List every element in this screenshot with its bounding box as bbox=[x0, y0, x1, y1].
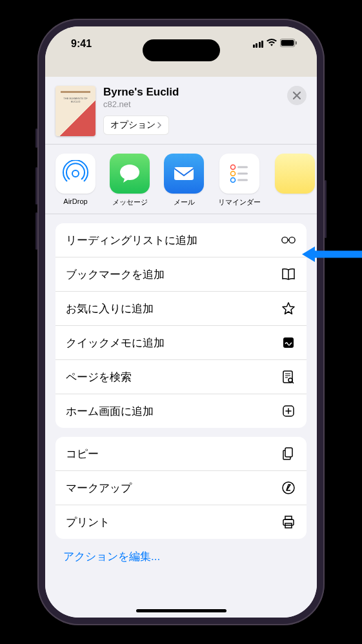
action-add-bookmark[interactable]: ブックマークを追加 bbox=[55, 257, 307, 292]
action-label: マークアップ bbox=[66, 481, 132, 496]
svg-rect-7 bbox=[237, 166, 248, 168]
status-time: 9:41 bbox=[71, 38, 92, 50]
share-app-reminders[interactable]: リマインダー bbox=[218, 154, 261, 207]
svg-point-8 bbox=[231, 172, 236, 176]
action-label: プリント bbox=[66, 515, 110, 530]
svg-rect-15 bbox=[283, 371, 292, 383]
app-label: メール bbox=[174, 197, 195, 207]
battery-icon bbox=[280, 38, 297, 50]
action-copy[interactable]: コピー bbox=[55, 437, 307, 471]
dynamic-island bbox=[143, 39, 220, 61]
action-label: ブックマークを追加 bbox=[66, 267, 165, 282]
status-right bbox=[253, 38, 298, 50]
svg-rect-11 bbox=[237, 179, 248, 181]
svg-rect-14 bbox=[283, 337, 294, 348]
note-icon bbox=[281, 335, 296, 350]
page-thumbnail bbox=[55, 86, 96, 136]
edit-actions-link[interactable]: アクションを編集... bbox=[45, 539, 317, 574]
volume-down-button bbox=[35, 212, 37, 250]
wifi-icon bbox=[266, 38, 277, 50]
header-info: Byrne's Euclid c82.net オプション bbox=[103, 86, 279, 135]
star-icon bbox=[281, 301, 296, 316]
svg-rect-18 bbox=[285, 448, 292, 457]
action-quick-note[interactable]: クイックメモに追加 bbox=[55, 326, 307, 360]
app-label: リマインダー bbox=[218, 197, 261, 207]
plus-square-icon bbox=[281, 403, 296, 419]
action-add-home-screen[interactable]: ホーム画面に追加 bbox=[55, 394, 307, 428]
actions-section-1: リーディングリストに追加 ブックマークを追加 お気に入りに追加 クイックメモに追… bbox=[55, 223, 307, 428]
action-find-on-page[interactable]: ページを検索 bbox=[55, 360, 307, 394]
svg-point-4 bbox=[120, 165, 139, 180]
close-button[interactable] bbox=[287, 86, 307, 105]
action-add-reading-list[interactable]: リーディングリストに追加 bbox=[55, 223, 307, 257]
sheet-header: Byrne's Euclid c82.net オプション bbox=[45, 77, 317, 145]
messages-icon bbox=[110, 154, 150, 194]
actions-section-2: コピー マークアップ プリント bbox=[55, 437, 307, 539]
options-label: オプション bbox=[110, 119, 156, 131]
share-app-airdrop[interactable]: AirDrop bbox=[55, 154, 96, 207]
action-label: ページを検索 bbox=[66, 370, 132, 385]
action-label: コピー bbox=[66, 447, 99, 461]
action-print[interactable]: プリント bbox=[55, 505, 307, 539]
background-peek bbox=[45, 61, 317, 77]
power-button bbox=[325, 180, 327, 238]
chevron-right-icon bbox=[157, 120, 162, 130]
svg-rect-9 bbox=[237, 173, 248, 175]
app-label: メッセージ bbox=[112, 197, 148, 207]
share-sheet: Byrne's Euclid c82.net オプション bbox=[45, 77, 317, 618]
screen: 9:41 Byrne's Euclid c82.net bbox=[45, 26, 317, 618]
home-indicator[interactable] bbox=[136, 609, 226, 612]
share-app-mail[interactable]: メール bbox=[164, 154, 204, 207]
action-label: ホーム画面に追加 bbox=[66, 404, 154, 419]
mail-icon bbox=[164, 154, 204, 194]
side-button bbox=[35, 128, 37, 148]
page-domain: c82.net bbox=[103, 99, 279, 109]
reminders-icon bbox=[219, 154, 259, 194]
share-apps-row[interactable]: AirDrop メッセージ メール bbox=[45, 145, 317, 214]
options-button[interactable]: オプション bbox=[103, 116, 169, 135]
svg-rect-5 bbox=[174, 167, 194, 180]
glasses-icon bbox=[281, 232, 296, 248]
action-label: リーディングリストに追加 bbox=[66, 233, 197, 248]
svg-point-10 bbox=[231, 178, 236, 183]
svg-point-12 bbox=[282, 237, 288, 243]
action-label: クイックメモに追加 bbox=[66, 336, 165, 350]
page-title: Byrne's Euclid bbox=[103, 86, 279, 99]
share-app-notes[interactable] bbox=[275, 154, 315, 207]
action-label: お気に入りに追加 bbox=[66, 301, 154, 316]
volume-up-button bbox=[35, 167, 37, 205]
doc-search-icon bbox=[281, 369, 296, 385]
svg-point-3 bbox=[72, 170, 79, 177]
callout-arrow bbox=[301, 244, 362, 265]
phone-frame: 9:41 Byrne's Euclid c82.net bbox=[37, 19, 325, 625]
svg-rect-2 bbox=[296, 41, 297, 45]
docs-icon bbox=[281, 446, 296, 461]
notes-icon bbox=[275, 154, 315, 194]
signal-icon bbox=[253, 41, 264, 48]
book-icon bbox=[281, 267, 296, 282]
print-icon bbox=[281, 514, 296, 530]
svg-rect-1 bbox=[281, 40, 294, 46]
svg-point-13 bbox=[289, 237, 295, 243]
share-app-messages[interactable]: メッセージ bbox=[110, 154, 150, 207]
airdrop-icon bbox=[55, 154, 96, 194]
action-add-favorites[interactable]: お気に入りに追加 bbox=[55, 292, 307, 326]
action-markup[interactable]: マークアップ bbox=[55, 471, 307, 505]
close-icon bbox=[293, 92, 301, 99]
markup-icon bbox=[281, 480, 296, 496]
svg-point-6 bbox=[231, 165, 236, 170]
app-label: AirDrop bbox=[63, 197, 87, 205]
